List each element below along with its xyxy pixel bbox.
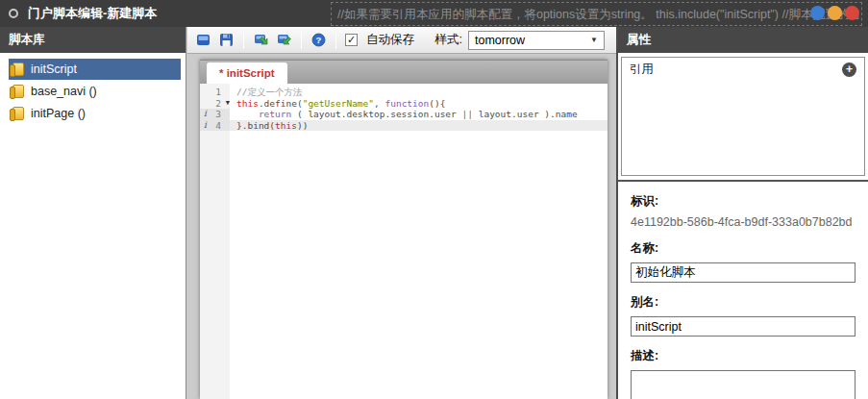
editor-tabbar: * initScript [200,60,608,84]
id-value: 4e1192bb-586b-4fca-b9df-333a0b7b82bd [631,215,856,229]
info-annotation-icon: i [204,109,207,120]
style-dropdown-value: tomorrow [475,34,525,47]
red-window-button[interactable] [845,6,859,20]
app-circle-icon [9,9,18,18]
script-scroll-icon [12,107,24,120]
toolbar-separator [243,32,244,49]
blue-window-button[interactable] [810,6,825,20]
properties-header: 属性 [618,27,868,53]
toolbar-separator [301,32,302,49]
gutter-cell: i3 [200,109,230,120]
editor-gutter [200,84,230,399]
gutter-cell: i4 [200,120,230,132]
line-number: 4 [215,120,221,132]
code-line-1: 1//定义一个方法 [200,87,608,98]
reference-box: 引用 + [621,57,865,176]
script-list: initScriptbase_navi ()initPage () [0,53,186,124]
reference-label: 引用 [630,62,654,78]
fold-arrow-icon[interactable]: ▼ [226,98,230,110]
import-icon[interactable] [253,32,269,48]
new-icon[interactable] [195,32,211,48]
autosave-checkbox[interactable]: ✓ [345,34,358,46]
code-text: //定义一个方法 [230,87,608,98]
tab-initScript[interactable]: * initScript [207,62,287,84]
toolbar-separator [335,32,336,49]
gutter-cell: 1 [200,87,230,98]
script-item-label: base_navi () [31,85,97,98]
code-line-3: i3 return ( layout.desktop.session.user … [200,109,608,120]
code-line-2: 2▼this.define("getUserName", function(){ [200,98,608,110]
script-library-header: 脚本库 [0,27,186,53]
svg-text:?: ? [316,35,322,45]
line-number: 3 [215,109,221,120]
style-label: 样式: [435,32,462,48]
info-annotation-icon: i [204,120,207,132]
titlebar: 门户脚本编辑-新建脚本 //如果需要引用本应用的脚本配置，将options设置为… [0,0,868,27]
script-editor-window: 门户脚本编辑-新建脚本 //如果需要引用本应用的脚本配置，将options设置为… [0,0,868,399]
script-scroll-icon [12,85,24,98]
editor-toolbar: ? ✓ 自动保存 样式: tomorrow ▼ [187,27,616,54]
style-dropdown[interactable]: tomorrow ▼ [468,31,605,50]
script-item-base_navi[interactable]: base_navi () [9,81,181,102]
style-group: 样式: tomorrow ▼ [435,31,608,50]
window-title: 门户脚本编辑-新建脚本 [28,0,157,27]
code-line-4: i4}.bind(this)) [200,120,608,132]
script-item-label: initScript [31,62,77,76]
reference-header: 引用 + [622,58,864,82]
save-icon[interactable] [218,32,235,48]
autosave-label: 自动保存 [366,32,414,48]
code-text: return ( layout.desktop.session.user || … [230,109,608,120]
export-icon[interactable] [276,32,292,48]
help-icon[interactable]: ? [310,32,327,48]
script-item-label: initPage () [31,107,86,120]
script-hint-text: //如果需要引用本应用的脚本配置，将options设置为string。 this… [331,2,862,26]
description-label: 描述: [631,348,856,364]
script-item-initPage[interactable]: initPage () [9,103,181,124]
orange-window-button[interactable] [828,6,842,20]
code-editor-frame: * initScript 1//定义一个方法2▼this.define("get… [200,60,608,399]
chevron-down-icon: ▼ [590,36,598,44]
editor-column: ? ✓ 自动保存 样式: tomorrow ▼ * initScript 1//… [187,27,616,399]
script-item-initScript[interactable]: initScript [9,59,181,80]
line-number: 2 [215,98,221,110]
line-number: 1 [215,87,221,98]
id-label: 标识: [631,193,856,210]
code-lines: 1//定义一个方法2▼this.define("getUserName", fu… [200,87,608,131]
properties-panel: 属性 引用 + 标识: 4e1192bb-586b-4fca-b9df-333a… [616,27,868,399]
code-editor[interactable]: 1//定义一个方法2▼this.define("getUserName", fu… [200,84,608,399]
window-buttons [810,6,859,20]
alias-input[interactable] [631,316,856,337]
gutter-cell: 2▼ [200,98,230,110]
properties-fields: 标识: 4e1192bb-586b-4fca-b9df-333a0b7b82bd… [618,180,868,399]
code-text: }.bind(this)) [230,120,608,132]
add-reference-button[interactable]: + [842,62,856,77]
description-textarea[interactable] [631,370,856,399]
script-library-panel: 脚本库 initScriptbase_navi ()initPage () [0,27,186,399]
code-text: this.define("getUserName", function(){ [230,98,608,110]
script-scroll-icon [12,62,24,76]
name-input[interactable] [631,262,856,283]
alias-label: 别名: [631,294,856,311]
name-label: 名称: [631,240,856,257]
